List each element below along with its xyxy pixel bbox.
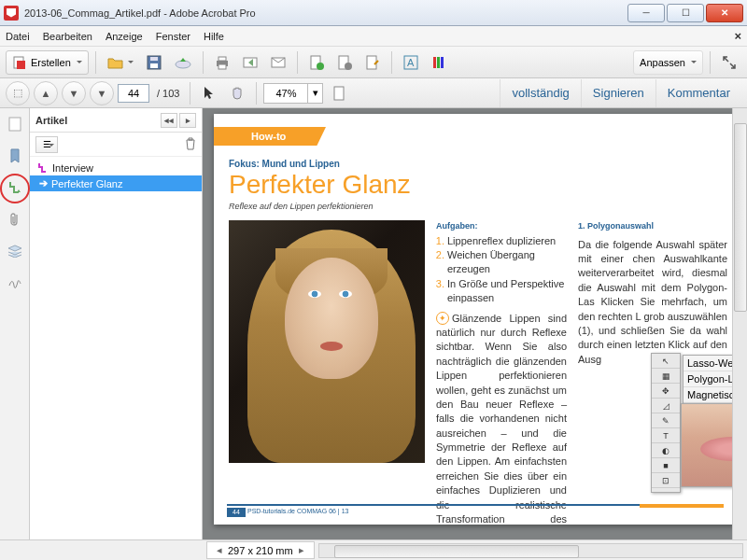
menu-help[interactable]: Hilfe xyxy=(204,31,224,42)
ps-tool-palette: ↖▦✥◿✎T◐■⊡ xyxy=(651,353,681,493)
svg-point-14 xyxy=(345,63,352,70)
tree-item-perfekter-glanz[interactable]: ➔ Perfekter Glanz xyxy=(30,175,202,191)
fullscreen-button[interactable] xyxy=(717,50,741,75)
forms-button[interactable] xyxy=(360,50,385,75)
zoom-control[interactable]: ▾ xyxy=(263,83,323,104)
window-title: 2013-06_Commag_Artikel.pdf - Adobe Acrob… xyxy=(24,7,627,19)
howto-tab-label: How-to xyxy=(214,127,326,146)
minimize-button[interactable]: ─ xyxy=(627,4,665,22)
layers-tab[interactable] xyxy=(5,241,25,261)
link-sign[interactable]: Signieren xyxy=(581,79,655,107)
layers-icon xyxy=(7,245,22,258)
article-icon xyxy=(37,162,49,174)
page-total-label: / 103 xyxy=(157,88,179,99)
page-dimensions[interactable]: 297 x 210 mm xyxy=(206,541,315,559)
panel-toolbar: ☰ xyxy=(30,133,202,157)
articles-tab[interactable] xyxy=(5,177,25,198)
open-button[interactable] xyxy=(103,50,138,75)
page-down-button[interactable]: ▼ xyxy=(62,81,86,105)
svg-rect-7 xyxy=(218,57,226,61)
edit-pdf-button[interactable] xyxy=(332,50,357,75)
app-icon xyxy=(4,6,19,21)
create-label: Erstellen xyxy=(31,57,71,68)
intro-paragraph: Glänzende Lippen sind natürlich nur durc… xyxy=(436,313,567,525)
save-button[interactable] xyxy=(142,50,166,75)
tree-item-interview[interactable]: Interview xyxy=(30,161,202,175)
document-viewport[interactable]: How-to Fokus: Mund und Lippen Perfekter … xyxy=(203,108,747,560)
mail-share-icon xyxy=(243,56,258,69)
status-bar: 297 x 210 mm xyxy=(0,539,747,560)
attachments-tab[interactable] xyxy=(5,209,25,230)
menu-file[interactable]: Datei xyxy=(6,31,30,42)
column-1: Aufgaben: Lippenreflex duplizieren Weich… xyxy=(436,220,567,525)
paperclip-icon xyxy=(9,212,21,227)
section-paragraph: Da die folgende Auswahl später mit einer… xyxy=(578,238,727,368)
vertical-scrollbar[interactable] xyxy=(732,108,747,560)
article-flow-icon xyxy=(7,180,22,195)
panel-prev-button[interactable]: ◂◂ xyxy=(161,113,177,128)
cloud-button[interactable] xyxy=(170,50,196,75)
doc-close-icon[interactable]: × xyxy=(734,29,741,43)
titlebar: 2013-06_Commag_Artikel.pdf - Adobe Acrob… xyxy=(0,0,747,26)
horizontal-scrollbar[interactable] xyxy=(318,543,743,558)
email-button[interactable] xyxy=(266,50,290,75)
menubar: Datei Bearbeiten Anzeige Fenster Hilfe × xyxy=(0,26,747,47)
expand-icon xyxy=(722,55,737,70)
task-1: Lippenreflex duplizieren xyxy=(447,235,556,246)
menu-window[interactable]: Fenster xyxy=(156,31,190,42)
export-button[interactable] xyxy=(304,50,329,75)
fokus-label: Fokus: Mund und Lippen xyxy=(229,159,340,169)
select-tool-button[interactable] xyxy=(197,81,221,105)
nav-toolbar: ⬚ ▲ ▼ ▼ / 103 ▾ vollständig Signieren Ko… xyxy=(0,78,747,108)
customize-button[interactable]: Anpassen xyxy=(633,50,703,75)
menu-edit[interactable]: Bearbeiten xyxy=(43,31,92,42)
link-fullscreen[interactable]: vollständig xyxy=(500,79,580,107)
panel-options-button[interactable]: ☰ xyxy=(35,136,58,153)
panel-next-button[interactable]: ▸ xyxy=(179,113,196,128)
panel-header: Artikel ◂◂ ▸ xyxy=(30,108,202,133)
ocr-button[interactable]: A xyxy=(399,50,423,75)
page-thumb-icon xyxy=(8,117,21,132)
page-number-input[interactable] xyxy=(118,84,149,103)
create-button[interactable]: Erstellen xyxy=(6,50,89,75)
article-tree: Interview ➔ Perfekter Glanz xyxy=(30,157,202,560)
save-icon xyxy=(147,55,162,70)
footer-page-number: 44 xyxy=(227,508,246,517)
svg-rect-1 xyxy=(17,61,25,69)
page-up-button[interactable]: ▲ xyxy=(34,81,58,105)
tree-item-label: Perfekter Glanz xyxy=(51,178,122,189)
signature-icon xyxy=(7,276,22,289)
share-button[interactable] xyxy=(238,50,262,75)
maximize-button[interactable]: ☐ xyxy=(667,4,704,22)
hand-tool-button[interactable] xyxy=(225,81,249,105)
column-2: 1. Polygonauswahl Da die folgende Auswah… xyxy=(578,220,727,367)
svg-rect-15 xyxy=(367,56,376,69)
dimensions-label: 297 x 210 mm xyxy=(228,545,293,556)
bookmarks-tab[interactable] xyxy=(5,146,25,166)
delete-article-button[interactable] xyxy=(185,137,196,152)
svg-rect-19 xyxy=(437,57,440,68)
link-comment[interactable]: Kommentar xyxy=(655,79,741,107)
zoom-fit-button[interactable] xyxy=(327,81,351,105)
articles-panel: Artikel ◂◂ ▸ ☰ Interview ➔ Perfekter Gla… xyxy=(30,108,203,560)
signatures-tab[interactable] xyxy=(5,273,25,293)
show-prev-view-button[interactable]: ⬚ xyxy=(6,81,30,105)
close-button[interactable]: ✕ xyxy=(706,4,743,22)
print-button[interactable] xyxy=(210,50,234,75)
zoom-input[interactable] xyxy=(264,84,307,103)
fit-page-icon xyxy=(332,86,345,101)
color-bars-icon xyxy=(431,55,446,70)
panel-title: Artikel xyxy=(35,115,67,126)
flyout-item: Polygon-Lasso-Werkzeug xyxy=(684,371,737,387)
zoom-dropdown-icon[interactable]: ▾ xyxy=(307,84,322,103)
tasks-heading: Aufgaben: xyxy=(436,220,567,232)
page-pencil-icon xyxy=(365,55,380,70)
folder-open-icon xyxy=(107,55,124,70)
thumbnails-tab[interactable] xyxy=(5,114,25,134)
color-button[interactable] xyxy=(427,50,451,75)
create-pdf-icon xyxy=(12,55,27,70)
page-footer: 44 PSD-tutorials.de COMMAG 06 | 13 xyxy=(227,504,724,515)
menu-view[interactable]: Anzeige xyxy=(106,31,143,42)
page-last-button[interactable]: ▼ xyxy=(90,81,114,105)
info-badge-icon: ✦ xyxy=(436,312,449,325)
